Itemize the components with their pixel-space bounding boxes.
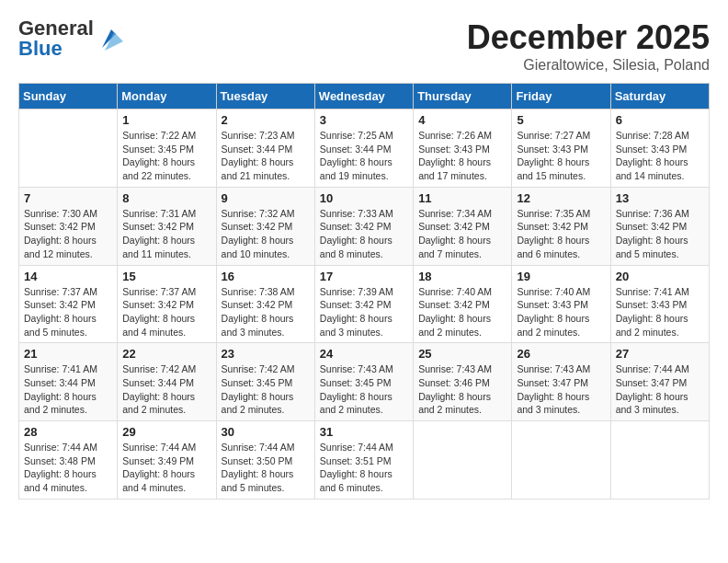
day-number: 28	[24, 425, 112, 439]
day-info: Sunrise: 7:37 AMSunset: 3:42 PMDaylight:…	[122, 285, 210, 339]
calendar-cell: 28Sunrise: 7:44 AMSunset: 3:48 PMDayligh…	[19, 421, 118, 500]
day-info: Sunrise: 7:23 AMSunset: 3:44 PMDaylight:…	[222, 129, 310, 183]
calendar-cell: 16Sunrise: 7:38 AMSunset: 3:42 PMDayligh…	[216, 265, 314, 343]
calendar-cell	[19, 109, 118, 188]
day-number: 14	[24, 270, 112, 283]
day-info: Sunrise: 7:40 AMSunset: 3:42 PMDaylight:…	[418, 285, 506, 339]
calendar-header-day: Tuesday	[216, 84, 314, 109]
calendar-cell: 18Sunrise: 7:40 AMSunset: 3:42 PMDayligh…	[414, 265, 512, 343]
calendar-week-row: 7Sunrise: 7:30 AMSunset: 3:42 PMDaylight…	[19, 187, 710, 265]
calendar-cell: 24Sunrise: 7:43 AMSunset: 3:45 PMDayligh…	[314, 343, 413, 421]
calendar-cell: 3Sunrise: 7:25 AMSunset: 3:44 PMDaylight…	[314, 109, 413, 188]
calendar-cell: 1Sunrise: 7:22 AMSunset: 3:45 PMDaylight…	[118, 109, 216, 188]
calendar-cell: 8Sunrise: 7:31 AMSunset: 3:42 PMDaylight…	[118, 187, 216, 265]
day-number: 26	[517, 347, 605, 361]
calendar-cell: 13Sunrise: 7:36 AMSunset: 3:42 PMDayligh…	[610, 187, 709, 265]
calendar-cell: 31Sunrise: 7:44 AMSunset: 3:51 PMDayligh…	[314, 421, 413, 500]
day-number: 15	[122, 270, 210, 283]
calendar-cell	[414, 421, 512, 500]
day-number: 18	[418, 270, 506, 283]
calendar-week-row: 14Sunrise: 7:37 AMSunset: 3:42 PMDayligh…	[19, 265, 710, 343]
calendar-cell: 29Sunrise: 7:44 AMSunset: 3:49 PMDayligh…	[118, 421, 216, 500]
day-number: 12	[517, 191, 605, 205]
calendar-cell: 14Sunrise: 7:37 AMSunset: 3:42 PMDayligh…	[19, 265, 118, 343]
day-number: 8	[122, 191, 210, 205]
day-number: 19	[517, 270, 605, 283]
calendar-header-day: Monday	[118, 84, 216, 109]
title-block: December 2025 Gieraltowice, Silesia, Pol…	[467, 18, 710, 74]
day-info: Sunrise: 7:43 AMSunset: 3:45 PMDaylight:…	[320, 362, 408, 417]
calendar-cell: 6Sunrise: 7:28 AMSunset: 3:43 PMDaylight…	[610, 109, 709, 188]
calendar-cell: 21Sunrise: 7:41 AMSunset: 3:44 PMDayligh…	[19, 343, 118, 421]
day-info: Sunrise: 7:40 AMSunset: 3:43 PMDaylight:…	[517, 285, 605, 339]
calendar-header-row: SundayMondayTuesdayWednesdayThursdayFrid…	[19, 84, 710, 109]
logo-text: General Blue	[18, 18, 94, 59]
day-info: Sunrise: 7:42 AMSunset: 3:44 PMDaylight:…	[122, 362, 210, 417]
day-info: Sunrise: 7:42 AMSunset: 3:45 PMDaylight:…	[222, 362, 310, 417]
day-number: 4	[418, 113, 506, 127]
calendar-cell: 19Sunrise: 7:40 AMSunset: 3:43 PMDayligh…	[512, 265, 610, 343]
day-info: Sunrise: 7:25 AMSunset: 3:44 PMDaylight:…	[320, 129, 408, 183]
day-number: 11	[418, 191, 506, 205]
calendar-body: 1Sunrise: 7:22 AMSunset: 3:45 PMDaylight…	[19, 109, 710, 500]
day-number: 1	[122, 113, 210, 127]
day-info: Sunrise: 7:43 AMSunset: 3:47 PMDaylight:…	[517, 362, 605, 417]
day-info: Sunrise: 7:26 AMSunset: 3:43 PMDaylight:…	[418, 129, 506, 183]
calendar-cell: 15Sunrise: 7:37 AMSunset: 3:42 PMDayligh…	[118, 265, 216, 343]
day-number: 2	[222, 113, 310, 127]
month-title: December 2025	[467, 18, 710, 57]
day-info: Sunrise: 7:36 AMSunset: 3:42 PMDaylight:…	[616, 207, 704, 261]
day-number: 16	[222, 270, 310, 283]
calendar-table: SundayMondayTuesdayWednesdayThursdayFrid…	[18, 83, 710, 500]
calendar-cell: 22Sunrise: 7:42 AMSunset: 3:44 PMDayligh…	[118, 343, 216, 421]
day-info: Sunrise: 7:32 AMSunset: 3:42 PMDaylight:…	[222, 207, 310, 261]
location: Gieraltowice, Silesia, Poland	[467, 57, 710, 74]
day-number: 17	[320, 270, 408, 283]
day-number: 9	[222, 191, 310, 205]
day-number: 31	[320, 425, 408, 439]
day-info: Sunrise: 7:41 AMSunset: 3:44 PMDaylight:…	[24, 362, 112, 417]
calendar-cell: 4Sunrise: 7:26 AMSunset: 3:43 PMDaylight…	[414, 109, 512, 188]
calendar-cell	[610, 421, 709, 500]
day-info: Sunrise: 7:43 AMSunset: 3:46 PMDaylight:…	[418, 362, 506, 417]
calendar-cell: 10Sunrise: 7:33 AMSunset: 3:42 PMDayligh…	[314, 187, 413, 265]
calendar-cell: 25Sunrise: 7:43 AMSunset: 3:46 PMDayligh…	[414, 343, 512, 421]
day-info: Sunrise: 7:35 AMSunset: 3:42 PMDaylight:…	[517, 207, 605, 261]
calendar-week-row: 21Sunrise: 7:41 AMSunset: 3:44 PMDayligh…	[19, 343, 710, 421]
calendar-week-row: 1Sunrise: 7:22 AMSunset: 3:45 PMDaylight…	[19, 109, 710, 188]
day-info: Sunrise: 7:44 AMSunset: 3:49 PMDaylight:…	[122, 441, 210, 495]
calendar-header-day: Wednesday	[314, 84, 413, 109]
logo: General Blue	[18, 18, 125, 59]
day-info: Sunrise: 7:27 AMSunset: 3:43 PMDaylight:…	[517, 129, 605, 183]
day-number: 3	[320, 113, 408, 127]
calendar-week-row: 28Sunrise: 7:44 AMSunset: 3:48 PMDayligh…	[19, 421, 710, 500]
calendar-cell: 9Sunrise: 7:32 AMSunset: 3:42 PMDaylight…	[216, 187, 314, 265]
day-number: 24	[320, 347, 408, 361]
calendar-cell: 27Sunrise: 7:44 AMSunset: 3:47 PMDayligh…	[610, 343, 709, 421]
calendar-cell: 23Sunrise: 7:42 AMSunset: 3:45 PMDayligh…	[216, 343, 314, 421]
logo-blue: Blue	[18, 39, 94, 59]
day-info: Sunrise: 7:31 AMSunset: 3:42 PMDaylight:…	[122, 207, 210, 261]
calendar-cell: 17Sunrise: 7:39 AMSunset: 3:42 PMDayligh…	[314, 265, 413, 343]
calendar-cell: 12Sunrise: 7:35 AMSunset: 3:42 PMDayligh…	[512, 187, 610, 265]
logo-icon	[97, 25, 125, 52]
calendar-header-day: Thursday	[414, 84, 512, 109]
calendar-cell: 20Sunrise: 7:41 AMSunset: 3:43 PMDayligh…	[610, 265, 709, 343]
calendar-header-day: Sunday	[19, 84, 118, 109]
calendar-header-day: Friday	[512, 84, 610, 109]
calendar-cell: 5Sunrise: 7:27 AMSunset: 3:43 PMDaylight…	[512, 109, 610, 188]
day-info: Sunrise: 7:38 AMSunset: 3:42 PMDaylight:…	[222, 285, 310, 339]
calendar-cell: 30Sunrise: 7:44 AMSunset: 3:50 PMDayligh…	[216, 421, 314, 500]
day-info: Sunrise: 7:39 AMSunset: 3:42 PMDaylight:…	[320, 285, 408, 339]
calendar-cell: 11Sunrise: 7:34 AMSunset: 3:42 PMDayligh…	[414, 187, 512, 265]
day-number: 20	[616, 270, 704, 283]
page-header: General Blue December 2025 Gieraltowice,…	[18, 18, 710, 74]
day-info: Sunrise: 7:22 AMSunset: 3:45 PMDaylight:…	[122, 129, 210, 183]
day-number: 21	[24, 347, 112, 361]
day-number: 13	[616, 191, 704, 205]
day-info: Sunrise: 7:44 AMSunset: 3:47 PMDaylight:…	[616, 362, 704, 417]
day-info: Sunrise: 7:44 AMSunset: 3:50 PMDaylight:…	[222, 441, 310, 495]
calendar-cell: 26Sunrise: 7:43 AMSunset: 3:47 PMDayligh…	[512, 343, 610, 421]
day-info: Sunrise: 7:28 AMSunset: 3:43 PMDaylight:…	[616, 129, 704, 183]
day-info: Sunrise: 7:33 AMSunset: 3:42 PMDaylight:…	[320, 207, 408, 261]
